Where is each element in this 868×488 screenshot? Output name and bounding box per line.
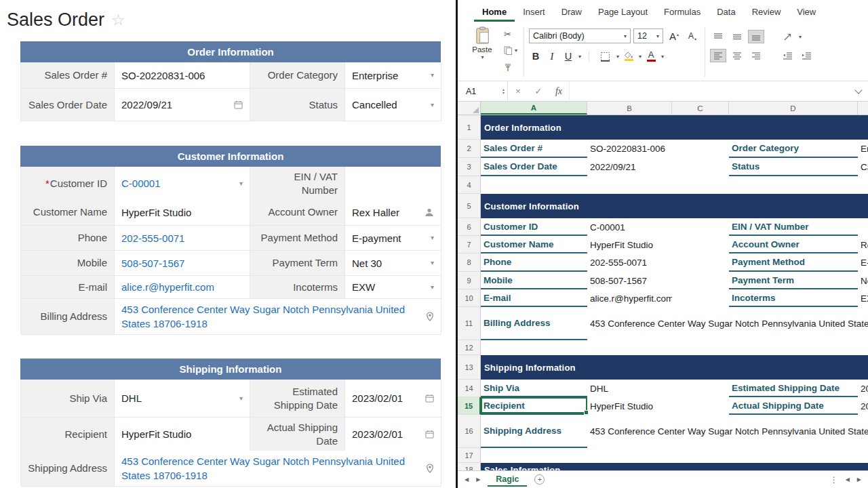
field-value-estimated-shipping-date[interactable]: 2023/02/01 bbox=[345, 380, 441, 418]
cut-button[interactable]: ✂ bbox=[502, 27, 519, 41]
align-right-button[interactable] bbox=[748, 49, 764, 62]
row-header[interactable]: 18 bbox=[458, 463, 481, 470]
field-value-customer-id[interactable]: C-00001▾ bbox=[115, 167, 250, 201]
calendar-icon[interactable] bbox=[230, 100, 243, 109]
column-header[interactable]: A bbox=[481, 102, 587, 115]
bold-button[interactable]: B bbox=[529, 51, 542, 62]
formula-input[interactable] bbox=[569, 81, 856, 101]
cell[interactable]: EXW bbox=[858, 289, 868, 307]
email-link[interactable]: alice.r@hyperfit.com bbox=[121, 280, 214, 294]
cell[interactable] bbox=[672, 380, 729, 397]
field-value-ein-vat[interactable] bbox=[345, 167, 441, 201]
customer-id-link[interactable]: C-00001 bbox=[121, 176, 161, 190]
row-header[interactable]: 10 bbox=[458, 289, 481, 307]
cell[interactable]: Payment Method bbox=[729, 253, 858, 272]
cell[interactable]: DHL bbox=[587, 380, 672, 397]
italic-button[interactable]: I bbox=[545, 51, 559, 62]
cell[interactable]: Ship Via bbox=[481, 380, 587, 397]
field-value-ship-via[interactable]: DHL▾ bbox=[115, 380, 250, 418]
cell[interactable]: C-00001 bbox=[587, 218, 672, 236]
cell[interactable]: Phone bbox=[481, 253, 587, 272]
borders-button[interactable] bbox=[597, 49, 613, 63]
dropdown-caret-icon[interactable]: ▾ bbox=[427, 100, 434, 110]
cell[interactable]: Actual Shipping Date bbox=[729, 397, 858, 415]
selected-cell[interactable]: Recipient bbox=[481, 397, 587, 415]
row-header[interactable]: 1 bbox=[458, 115, 481, 140]
orientation-button[interactable] bbox=[779, 30, 795, 43]
underline-button[interactable]: U bbox=[561, 51, 575, 62]
tab-draw[interactable]: Draw bbox=[553, 7, 590, 22]
field-value-customer-name[interactable]: HyperFit Studio bbox=[115, 199, 250, 226]
cell[interactable]: Account Owner bbox=[729, 236, 858, 253]
cell[interactable]: Enterprise bbox=[858, 140, 868, 158]
copy-button[interactable]: ▾ bbox=[502, 44, 519, 58]
dropdown-caret-icon[interactable]: ▾ bbox=[235, 394, 243, 403]
column-header[interactable]: D bbox=[729, 102, 858, 115]
top-align-button[interactable] bbox=[710, 30, 726, 43]
sheet-nav-right-icon[interactable]: ▶ bbox=[476, 476, 480, 483]
cell[interactable]: 508-507-1567 bbox=[587, 272, 672, 289]
row-header[interactable]: 15 bbox=[458, 397, 481, 415]
row-header[interactable]: 16 bbox=[458, 415, 481, 448]
sheet-tab-ragic[interactable]: Ragic bbox=[488, 472, 527, 487]
field-value-recipient[interactable]: HyperFit Studio bbox=[115, 418, 250, 451]
cell[interactable] bbox=[672, 140, 729, 158]
tab-page-layout[interactable]: Page Layout bbox=[590, 7, 656, 22]
decrease-font-size-button[interactable]: A▾ bbox=[685, 31, 700, 41]
field-value-payment-method[interactable]: E-payment▾ bbox=[345, 226, 441, 251]
cell[interactable]: 2022/09/21 bbox=[587, 158, 672, 176]
chevron-down-icon[interactable]: ▾ bbox=[578, 54, 581, 60]
sheet-nav-left-icon[interactable]: ◀ bbox=[465, 476, 469, 483]
cell[interactable] bbox=[672, 236, 729, 253]
row-header[interactable]: 9 bbox=[458, 272, 481, 289]
section-band-cell[interactable]: Shipping Information bbox=[481, 355, 868, 380]
cell[interactable] bbox=[481, 340, 868, 355]
insert-function-button[interactable]: fx bbox=[549, 86, 569, 97]
row-header[interactable]: 5 bbox=[458, 194, 481, 218]
row-header[interactable]: 2 bbox=[458, 140, 481, 158]
cell[interactable] bbox=[858, 218, 868, 236]
font-size-select[interactable]: 12▾ bbox=[633, 28, 663, 43]
cell[interactable]: Sales Order # bbox=[481, 140, 587, 158]
tab-data[interactable]: Data bbox=[709, 7, 743, 22]
chevron-down-icon[interactable]: ▾ bbox=[639, 54, 642, 60]
cell[interactable] bbox=[672, 397, 729, 415]
column-header[interactable]: E bbox=[858, 102, 868, 115]
field-value-order-category[interactable]: Enterprise▾ bbox=[345, 62, 441, 89]
more-options-icon[interactable]: ⋮ bbox=[830, 475, 838, 485]
cell[interactable]: Estimated Shipping Date bbox=[729, 380, 858, 397]
cell[interactable] bbox=[672, 158, 729, 176]
cell[interactable] bbox=[481, 448, 868, 463]
cell[interactable]: 2023/02/01 bbox=[858, 397, 868, 415]
tab-insert[interactable]: Insert bbox=[515, 7, 553, 22]
row-header[interactable]: 13 bbox=[458, 355, 481, 380]
field-value-phone[interactable]: 202-555-0071 bbox=[115, 226, 250, 251]
format-painter-button[interactable] bbox=[502, 60, 519, 74]
cell[interactable] bbox=[672, 272, 729, 289]
calendar-icon[interactable] bbox=[421, 430, 434, 439]
cell[interactable]: Cancelled bbox=[858, 158, 868, 176]
row-header[interactable]: 3 bbox=[458, 158, 481, 176]
field-value-billing-address[interactable]: 453 Conference Center Way Sugar Notch Pe… bbox=[115, 299, 441, 335]
section-band-cell[interactable]: Sales Information bbox=[481, 463, 868, 470]
hscroll-right-icon[interactable]: ▶ bbox=[857, 476, 861, 483]
tab-home[interactable]: Home bbox=[474, 7, 515, 22]
decrease-indent-button[interactable] bbox=[779, 49, 795, 62]
section-band-cell[interactable]: Order Information bbox=[481, 115, 868, 140]
column-header[interactable]: B bbox=[587, 102, 672, 115]
chevron-down-icon[interactable]: ▾ bbox=[616, 54, 619, 60]
row-header[interactable]: 8 bbox=[458, 253, 481, 272]
chevron-down-icon[interactable]: ▾ bbox=[799, 34, 802, 40]
cell[interactable]: EIN / VAT Number bbox=[729, 218, 858, 236]
cell[interactable]: 2023/02/01 bbox=[858, 380, 868, 397]
row-header[interactable]: 12 bbox=[458, 340, 481, 355]
dropdown-caret-icon[interactable]: ▾ bbox=[427, 70, 434, 80]
field-value-shipping-address[interactable]: 453 Conference Center Way Sugar Notch Pe… bbox=[115, 451, 441, 487]
cell[interactable]: Sales Order Date bbox=[481, 158, 587, 176]
font-name-select[interactable]: Calibri (Body)▾ bbox=[529, 28, 631, 43]
field-value-status[interactable]: Cancelled▾ bbox=[345, 89, 441, 121]
row-header[interactable]: 6 bbox=[458, 218, 481, 236]
calendar-icon[interactable] bbox=[421, 394, 434, 403]
shipping-address-link[interactable]: 453 Conference Center Way Sugar Notch Pe… bbox=[121, 454, 422, 483]
cell[interactable]: 453 Conference Center Way Sugar Notch Pe… bbox=[587, 415, 868, 448]
